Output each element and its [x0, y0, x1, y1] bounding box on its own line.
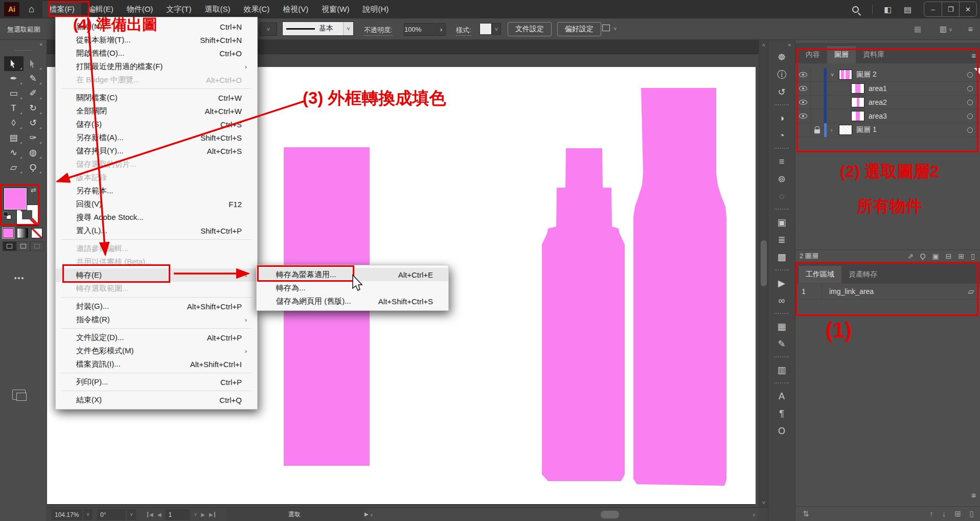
actions-icon[interactable]: ▶ — [772, 275, 791, 292]
gradient-annotator-icon[interactable]: ▥ — [772, 361, 791, 379]
edit-toolbar-icon[interactable]: ••• — [0, 274, 39, 282]
artboard-row-icon[interactable]: ▱ — [968, 287, 974, 296]
minimize-button[interactable]: – — [924, 2, 942, 16]
menu-item-save-as-template[interactable]: 另存範本... — [56, 184, 257, 197]
layer-name[interactable]: area2 — [869, 98, 887, 106]
width-tool[interactable]: ∿ — [4, 145, 24, 160]
menu-item-save-selected-slices[interactable]: 儲存選取的切片... — [56, 157, 257, 171]
expand-dock-icon[interactable]: « — [768, 40, 795, 49]
layer-name[interactable]: 圖層 1 — [856, 125, 877, 134]
toolbar-grip[interactable] — [15, 50, 32, 52]
menu-item-close-all[interactable]: 全部關閉 Alt+Ctrl+W — [56, 104, 257, 118]
draw-inside-button[interactable] — [30, 241, 44, 251]
menu-item-open-recent[interactable]: 打開最近使用過的檔案(F) › — [56, 60, 257, 73]
horizontal-scrollbar[interactable]: ‹ › — [368, 509, 758, 520]
opacity-input[interactable]: 100% — [404, 23, 436, 36]
visibility-toggle[interactable] — [795, 96, 811, 109]
variable-width-select[interactable]: ˅ — [260, 22, 277, 36]
target-circle[interactable] — [960, 86, 980, 92]
menu-item-revert[interactable]: 回復(V) F12 — [56, 197, 257, 211]
isolate-chevron-icon[interactable]: ˅ — [613, 26, 617, 32]
transparency-icon[interactable]: ⊚ — [772, 170, 791, 188]
horizontal-scroll-thumb[interactable] — [601, 511, 619, 518]
layer-thumbnail[interactable] — [851, 97, 864, 107]
scroll-right-icon[interactable]: › — [753, 511, 755, 518]
workspace-switcher-icon[interactable]: ◧ — [884, 5, 892, 14]
menu-type[interactable]: 文字(T) — [159, 1, 198, 18]
selection-panel-icon[interactable]: ◌ — [772, 188, 791, 205]
style-swatch[interactable] — [480, 23, 492, 35]
curvature-tool[interactable]: ✎ — [24, 71, 43, 86]
lock-toggle[interactable] — [811, 82, 824, 96]
menu-item-invite-to-edit[interactable]: 邀請參與編輯... — [56, 242, 257, 255]
menu-edit[interactable]: 編輯(E) — [81, 1, 120, 18]
preferences-button[interactable]: 偏好設定 — [557, 22, 601, 36]
artboard-row-name[interactable]: img_link_area — [822, 287, 968, 296]
layer-thumbnail[interactable] — [839, 125, 852, 135]
submenu-item-save-for-web[interactable]: 儲存為網頁用 (舊版)... Alt+Shift+Ctrl+S — [257, 295, 448, 308]
menu-item-share-for-review[interactable]: 共用以供審核 (Beta)... — [56, 255, 257, 268]
make-clipping-mask-icon[interactable]: ▣ — [932, 252, 939, 260]
brushes-icon[interactable]: ✎ — [772, 335, 791, 353]
collapse-toolbar-icon[interactable]: « — [0, 40, 47, 49]
previous-artboard-button[interactable]: ◀ — [157, 512, 162, 517]
rectangle-tool[interactable]: ▭ — [4, 86, 24, 101]
layer-name[interactable]: area1 — [869, 84, 887, 93]
target-circle[interactable] — [960, 114, 980, 119]
menu-help[interactable]: 說明(H) — [356, 1, 395, 18]
default-fill-stroke-icon[interactable] — [3, 212, 11, 220]
zoom-chevron-icon[interactable]: ˅ — [83, 509, 93, 520]
screen-mode-button[interactable] — [12, 390, 26, 400]
lock-toggle[interactable] — [811, 96, 824, 109]
gradient-icon[interactable]: ◔ — [772, 127, 791, 144]
opacity-expand-button[interactable]: › — [437, 23, 446, 36]
type-tool[interactable]: T — [4, 101, 24, 116]
zoom-tool[interactable]: Ϙ — [24, 160, 43, 175]
menu-item-save-copy[interactable]: 儲存拷貝(Y)... Alt+Ctrl+S — [56, 144, 257, 157]
menu-item-exit[interactable]: 結束(X) Ctrl+Q — [56, 393, 257, 406]
tab-asset-export[interactable]: 資產轉存 — [841, 266, 884, 283]
paintbrush-tool[interactable]: ✐ — [24, 86, 43, 101]
layer-row-area2[interactable]: area2 — [795, 96, 980, 109]
info-icon[interactable]: ⓘ — [772, 66, 791, 83]
menu-item-file-info[interactable]: 檔案資訊(I)... Alt+Shift+Ctrl+I — [56, 357, 257, 371]
menu-object[interactable]: 物件(O) — [120, 1, 160, 18]
scroll-down-icon[interactable]: ˅ — [759, 500, 768, 506]
restore-button[interactable]: ❐ — [942, 2, 959, 16]
isolate-mode-icon[interactable] — [602, 25, 610, 31]
menu-effect[interactable]: 效果(C) — [237, 1, 276, 18]
scroll-left-icon[interactable]: ‹ — [371, 511, 373, 518]
chevron-down-icon[interactable]: ˅ — [343, 22, 353, 35]
distribute-icon[interactable]: ▥ ˅ — [940, 25, 952, 34]
character-icon[interactable]: A — [772, 388, 791, 405]
layers-panel-menu-icon[interactable]: ≡ — [971, 51, 976, 60]
menu-item-document-setup[interactable]: 文件設定(D)... Alt+Ctrl+P — [56, 331, 257, 344]
menu-item-close[interactable]: 關閉檔案(C) Ctrl+W — [56, 91, 257, 104]
new-artboard-icon[interactable]: ⊞ — [954, 509, 961, 518]
delete-layer-icon[interactable]: ▯ — [971, 252, 975, 260]
color-button[interactable] — [3, 228, 14, 238]
direct-selection-tool[interactable] — [24, 56, 43, 71]
menu-item-new-from-template[interactable]: 從範本新增(T)... Shift+Ctrl+N — [56, 33, 257, 47]
pathfinder-icon[interactable]: ▩ — [772, 248, 791, 266]
menu-item-export[interactable]: 轉存(E) › — [56, 268, 257, 282]
swap-fill-stroke-icon[interactable]: ⇄ — [31, 186, 36, 194]
links-icon[interactable]: ∞ — [772, 292, 791, 309]
move-artboard-up-icon[interactable]: ↑ — [929, 509, 933, 518]
rotate-view-tool[interactable]: ↺ — [24, 116, 43, 130]
eyedropper-tool[interactable]: ✑ — [24, 130, 43, 145]
rotation-input[interactable]: 0° — [97, 509, 126, 520]
menu-select[interactable]: 選取(S) — [198, 1, 237, 18]
tab-layers[interactable]: 圖層 — [827, 46, 856, 63]
menu-item-save[interactable]: 儲存(S) Ctrl+S — [56, 118, 257, 131]
rearrange-artboards-icon[interactable]: ⇅ — [803, 509, 929, 518]
shape-builder-tool[interactable]: ◍ — [24, 145, 43, 160]
artboard-number-chevron-icon[interactable]: ˅ — [194, 512, 197, 517]
submenu-item-export-for-screens[interactable]: 轉存為螢幕適用... Alt+Ctrl+E — [257, 268, 448, 281]
visibility-toggle[interactable] — [795, 109, 811, 123]
visibility-toggle[interactable] — [795, 68, 811, 82]
style-label[interactable]: 樣式: — [456, 26, 471, 36]
symbols-icon[interactable]: ▦ — [772, 318, 791, 335]
menu-item-document-color-mode[interactable]: 文件色彩模式(M) › — [56, 344, 257, 357]
move-artboard-down-icon[interactable]: ↓ — [942, 509, 946, 518]
